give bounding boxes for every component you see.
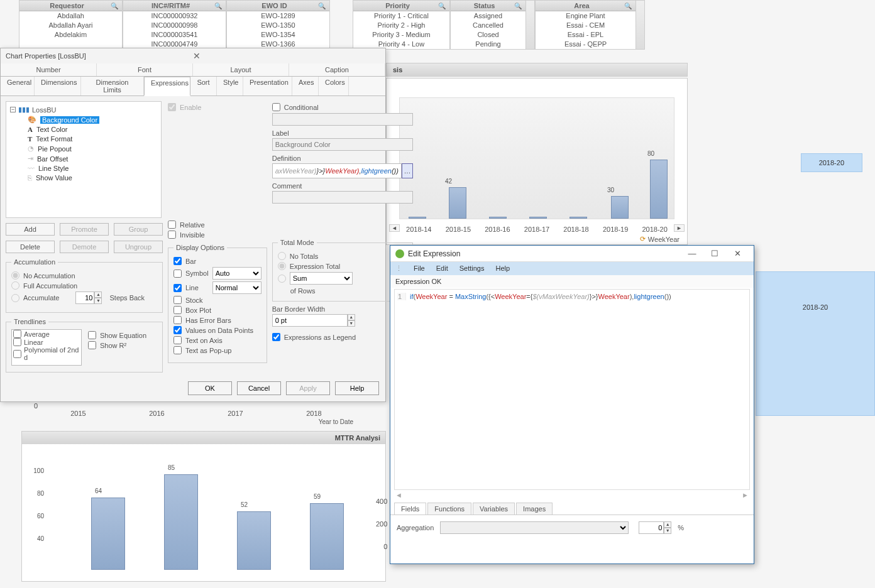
trendlines-list[interactable]: Average Linear Polynomial of 2nd d — [11, 329, 82, 366]
check-linear[interactable] — [13, 338, 21, 346]
check-polynomial[interactable] — [13, 350, 21, 358]
list-item[interactable]: EWO-1354 — [229, 30, 327, 40]
list-item[interactable]: INC000000998 — [126, 21, 223, 30]
tree-item-text-color[interactable]: AText Color — [10, 126, 157, 133]
scroll-right-icon[interactable]: ► — [674, 224, 685, 232]
stepsback-input[interactable] — [75, 291, 94, 304]
tab-sort[interactable]: Sort — [190, 77, 217, 95]
tree-root[interactable]: − ▮▮▮ LossBU — [10, 106, 157, 114]
tree-item-show-value[interactable]: ⎘Show Value — [10, 174, 157, 182]
sum-select[interactable]: Sum — [290, 272, 353, 285]
check-boxplot[interactable] — [173, 306, 182, 314]
list-item[interactable]: Priority 3 - Medium — [356, 30, 447, 40]
scroll-left-icon[interactable]: ◄ — [395, 491, 402, 499]
tree-item-background-color[interactable]: 🎨Background Color — [10, 116, 157, 124]
scrollbar[interactable] — [526, 1, 534, 49]
definition-input[interactable]: axWeekYear)}>}WeekYear),lightgreen()) — [272, 163, 402, 178]
collapse-icon[interactable]: − — [10, 107, 16, 112]
menu-file[interactable]: File — [414, 264, 425, 273]
search-icon[interactable]: 🔍 — [514, 3, 522, 9]
spin-down-icon[interactable]: ▼ — [94, 298, 102, 304]
menu-settings[interactable]: Settings — [460, 264, 485, 273]
check-errorbars[interactable] — [173, 316, 182, 324]
tab-variables[interactable]: Variables — [473, 503, 515, 514]
menu-edit[interactable]: Edit — [436, 264, 448, 273]
comment-input[interactable] — [272, 191, 413, 204]
tab-expressions[interactable]: Expressions — [144, 77, 190, 96]
tab-presentation[interactable]: Presentation — [243, 77, 292, 95]
scroll-right-icon[interactable]: ► — [742, 491, 749, 499]
search-icon[interactable]: 🔍 — [318, 3, 326, 9]
spin-down-icon[interactable]: ▼ — [348, 320, 355, 327]
tab-fields[interactable]: Fields — [394, 503, 426, 514]
tree-item-pie-popout[interactable]: ◔Pie Popout — [10, 144, 157, 153]
line-select[interactable]: Normal — [212, 281, 261, 294]
list-item[interactable]: INC000003541 — [126, 30, 223, 40]
check-conditional[interactable] — [272, 103, 280, 111]
tab-number[interactable]: Number — [1, 63, 97, 76]
check-expressions-as-legend[interactable] — [272, 333, 280, 341]
spin-up-icon[interactable]: ▲ — [94, 291, 102, 298]
tab-dimension-limits[interactable]: Dimension Limits — [81, 77, 144, 95]
tab-images[interactable]: Images — [516, 503, 553, 514]
list-item[interactable]: EWO-1289 — [229, 11, 327, 21]
cycle-icon[interactable]: ⟳ — [640, 235, 646, 243]
check-symbol[interactable] — [173, 270, 182, 278]
tab-caption[interactable]: Caption — [289, 63, 385, 76]
list-item[interactable]: Essai - EPL — [538, 30, 633, 40]
check-show-r2[interactable] — [88, 341, 96, 349]
spin-up-icon[interactable]: ▲ — [348, 314, 355, 320]
tree-item-line-style[interactable]: 〰Line Style — [10, 165, 157, 172]
list-item[interactable]: Cancelled — [453, 21, 523, 30]
scrollbar[interactable] — [636, 1, 644, 49]
list-item[interactable]: Abdelakim — [22, 30, 119, 40]
list-item[interactable]: Abdallah — [22, 11, 119, 21]
list-item[interactable]: INC000000932 — [126, 11, 223, 21]
list-item[interactable]: Priority 2 - High — [356, 21, 447, 30]
label-input[interactable] — [272, 138, 413, 151]
list-item[interactable]: Pending — [453, 40, 523, 49]
help-button[interactable]: Help — [335, 381, 379, 395]
tab-layout[interactable]: Layout — [193, 63, 289, 76]
list-item[interactable]: Essai - QEPP — [538, 40, 633, 49]
spin-down-icon[interactable]: ▼ — [664, 528, 671, 534]
ok-button[interactable]: OK — [188, 381, 232, 395]
conditional-input[interactable] — [272, 113, 413, 126]
minimize-icon[interactable]: — — [681, 249, 703, 258]
list-item[interactable]: Priority 1 - Critical — [356, 11, 447, 21]
expression-editor[interactable]: 1if(WeekYear = MaxString({<WeekYear={$(v… — [394, 289, 750, 490]
check-relative[interactable] — [168, 220, 176, 229]
check-invisible[interactable] — [168, 231, 176, 239]
search-icon[interactable]: 🔍 — [214, 3, 222, 9]
pct-input[interactable] — [639, 521, 664, 534]
tab-dimensions[interactable]: Dimensions — [35, 77, 81, 95]
search-icon[interactable]: 🔍 — [624, 3, 632, 9]
dialog-titlebar[interactable]: Chart Properties [LossBU] ✕ — [1, 48, 385, 63]
dialog-titlebar[interactable]: Edit Expression — ☐ ✕ — [390, 246, 754, 262]
list-item[interactable]: Engine Plant — [538, 11, 633, 21]
bar-border-width-input[interactable] — [272, 314, 348, 327]
menu-help[interactable]: Help — [495, 264, 510, 273]
check-bar[interactable] — [173, 257, 182, 265]
delete-button[interactable]: Delete — [6, 241, 55, 253]
symbol-select[interactable]: Auto — [212, 267, 261, 280]
tab-functions[interactable]: Functions — [427, 503, 471, 514]
maximize-icon[interactable]: ☐ — [703, 249, 726, 258]
list-item[interactable]: Assigned — [453, 11, 523, 21]
tab-font[interactable]: Font — [97, 63, 193, 76]
list-item[interactable]: Closed — [453, 30, 523, 40]
tab-axes[interactable]: Axes — [292, 77, 319, 95]
aggregation-select[interactable] — [440, 521, 629, 534]
check-text-popup[interactable] — [173, 346, 182, 354]
list-item[interactable]: Essai - CEM — [538, 21, 633, 30]
close-icon[interactable]: ✕ — [726, 249, 749, 258]
tab-style[interactable]: Style — [217, 77, 243, 95]
check-text-on-axis[interactable] — [173, 336, 182, 344]
tab-colors[interactable]: Colors — [319, 77, 349, 95]
tree-item-bar-offset[interactable]: ⇥Bar Offset — [10, 155, 157, 163]
check-show-equation[interactable] — [88, 331, 96, 339]
list-item[interactable]: EWO-1350 — [229, 21, 327, 30]
list-item[interactable]: Abdallah Ayari — [22, 21, 119, 30]
check-stock[interactable] — [173, 296, 182, 304]
search-icon[interactable]: 🔍 — [438, 3, 446, 9]
